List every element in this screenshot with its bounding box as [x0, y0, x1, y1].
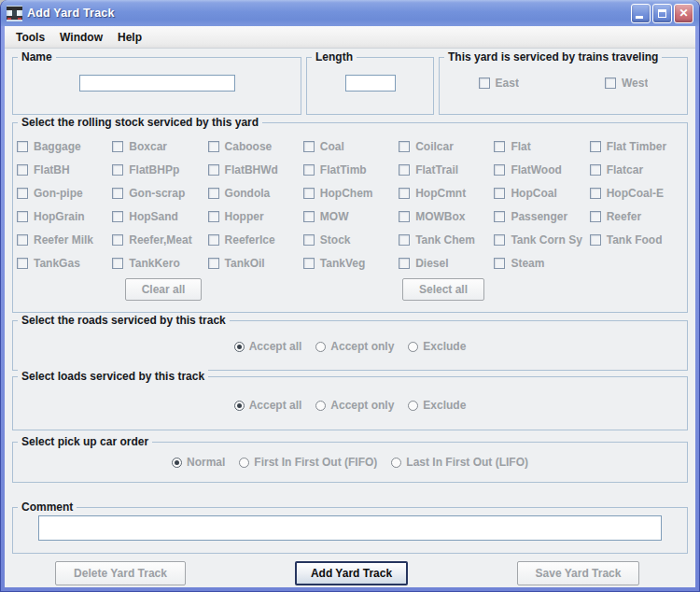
radio-accept-all[interactable]: Accept all	[234, 399, 302, 412]
delete-yard-track-button[interactable]: Delete Yard Track	[55, 561, 186, 585]
checkbox-box-tankkero[interactable]	[112, 258, 123, 269]
checkbox-box-flattimb[interactable]	[303, 164, 315, 176]
checkbox-coal[interactable]: Coal	[303, 140, 399, 153]
checkbox-flatbhwd[interactable]: FlatBHWd	[208, 163, 303, 176]
checkbox-box-caboose[interactable]	[208, 141, 219, 152]
checkbox-hopgrain[interactable]: HopGrain	[17, 210, 112, 223]
checkbox-tankgas[interactable]: TankGas	[17, 257, 112, 270]
checkbox-box-tankoil[interactable]	[208, 258, 219, 269]
checkbox-passenger[interactable]: Passenger	[494, 210, 589, 223]
checkbox-box-hopper[interactable]	[208, 211, 219, 222]
checkbox-box-hopcmnt[interactable]	[399, 188, 410, 199]
checkbox-box-coal[interactable]	[303, 141, 315, 152]
checkbox-box-flatcar[interactable]	[590, 164, 601, 176]
checkbox-flatbhpp[interactable]: FlatBHPp	[112, 163, 207, 176]
checkbox-flat[interactable]: Flat	[494, 140, 589, 153]
radio-circle-accept-only[interactable]	[315, 342, 326, 352]
close-button[interactable]: ✕	[674, 4, 693, 23]
checkbox-tank-corn-sy[interactable]: Tank Corn Sy	[494, 233, 589, 247]
checkbox-tankveg[interactable]: TankVeg	[303, 257, 399, 270]
checkbox-gon-pipe[interactable]: Gon-pipe	[17, 187, 112, 200]
menu-item-tools[interactable]: Tools	[8, 28, 52, 47]
radio-circle-exclude[interactable]	[408, 342, 418, 352]
checkbox-gondola[interactable]: Gondola	[208, 187, 303, 200]
select-all-button[interactable]: Select all	[402, 278, 484, 301]
checkbox-reefer-milk[interactable]: Reefer Milk	[17, 233, 112, 247]
checkbox-flatcar[interactable]: Flatcar	[590, 163, 685, 176]
checkbox-east[interactable]: East	[479, 77, 519, 90]
checkbox-hopcmnt[interactable]: HopCmnt	[399, 187, 494, 200]
radio-circle-normal[interactable]	[172, 458, 182, 468]
checkbox-baggage[interactable]: Baggage	[17, 140, 112, 153]
comment-input[interactable]	[38, 515, 662, 541]
checkbox-reefer[interactable]: Reefer	[590, 210, 685, 223]
checkbox-tankoil[interactable]: TankOil	[208, 257, 303, 270]
checkbox-box-mowbox[interactable]	[399, 211, 410, 222]
checkbox-box-steam[interactable]	[494, 258, 505, 269]
save-yard-track-button[interactable]: Save Yard Track	[517, 561, 639, 585]
radio-last-in-first-out-lifo[interactable]: Last In First Out (LIFO)	[391, 456, 528, 469]
checkbox-tank-chem[interactable]: Tank Chem	[399, 233, 494, 247]
checkbox-mowbox[interactable]: MOWBox	[399, 210, 494, 223]
checkbox-box-mow[interactable]	[303, 211, 315, 222]
title-bar[interactable]: Add Yard Track ✕	[1, 0, 699, 26]
checkbox-box-west[interactable]	[605, 78, 616, 89]
checkbox-box-flat[interactable]	[494, 141, 505, 152]
checkbox-box-flatbhpp[interactable]	[112, 164, 123, 176]
checkbox-flattrail[interactable]: FlatTrail	[399, 163, 494, 176]
checkbox-box-reefer-milk[interactable]	[17, 234, 28, 246]
checkbox-reefer-meat[interactable]: Reefer,Meat	[112, 233, 207, 247]
maximize-button[interactable]	[652, 4, 672, 23]
checkbox-gon-scrap[interactable]: Gon-scrap	[112, 187, 207, 200]
radio-first-in-first-out-fifo[interactable]: First In First Out (FIFO)	[239, 456, 377, 469]
checkbox-box-flatbhwd[interactable]	[208, 164, 219, 176]
clear-all-button[interactable]: Clear all	[125, 278, 202, 301]
checkbox-coilcar[interactable]: Coilcar	[399, 140, 494, 153]
checkbox-box-flatbh[interactable]	[17, 164, 28, 176]
checkbox-box-hopcoal-e[interactable]	[590, 188, 601, 199]
checkbox-box-reeferice[interactable]	[208, 234, 219, 246]
checkbox-stock[interactable]: Stock	[303, 233, 399, 247]
checkbox-tankkero[interactable]: TankKero	[112, 257, 207, 270]
radio-accept-only[interactable]: Accept only	[315, 399, 394, 412]
checkbox-tank-food[interactable]: Tank Food	[590, 233, 685, 247]
radio-circle-exclude[interactable]	[408, 401, 418, 411]
checkbox-flattimb[interactable]: FlatTimb	[303, 163, 399, 176]
checkbox-box-hopcoal[interactable]	[494, 188, 505, 199]
length-input[interactable]	[345, 75, 396, 92]
checkbox-box-tankveg[interactable]	[303, 258, 315, 269]
checkbox-hopcoal[interactable]: HopCoal	[494, 187, 589, 200]
checkbox-diesel[interactable]: Diesel	[399, 257, 494, 270]
checkbox-box-diesel[interactable]	[399, 258, 410, 269]
checkbox-box-tank-corn-sy[interactable]	[494, 234, 505, 246]
checkbox-box-coilcar[interactable]	[399, 141, 410, 152]
checkbox-hopper[interactable]: Hopper	[208, 210, 303, 223]
checkbox-flatwood[interactable]: FlatWood	[494, 163, 589, 176]
checkbox-box-tank-chem[interactable]	[399, 234, 410, 246]
checkbox-box-east[interactable]	[479, 78, 490, 89]
checkbox-box-stock[interactable]	[303, 234, 315, 246]
checkbox-boxcar[interactable]: Boxcar	[112, 140, 207, 153]
checkbox-hopcoal-e[interactable]: HopCoal-E	[590, 187, 685, 200]
checkbox-box-gondola[interactable]	[208, 188, 219, 199]
radio-circle-last-in-first-out-lifo[interactable]	[391, 458, 401, 468]
checkbox-flatbh[interactable]: FlatBH	[17, 163, 112, 176]
checkbox-hopsand[interactable]: HopSand	[112, 210, 207, 223]
radio-circle-accept-only[interactable]	[315, 401, 326, 411]
radio-exclude[interactable]: Exclude	[408, 340, 466, 353]
checkbox-box-hopgrain[interactable]	[17, 211, 28, 222]
name-input[interactable]	[79, 75, 235, 92]
checkbox-box-gon-pipe[interactable]	[17, 188, 28, 199]
radio-exclude[interactable]: Exclude	[408, 399, 466, 412]
checkbox-box-flattrail[interactable]	[399, 164, 410, 176]
checkbox-mow[interactable]: MOW	[303, 210, 399, 223]
checkbox-steam[interactable]: Steam	[494, 257, 589, 270]
radio-circle-first-in-first-out-fifo[interactable]	[239, 458, 249, 468]
checkbox-flat-timber[interactable]: Flat Timber	[590, 140, 685, 153]
checkbox-box-reefer-meat[interactable]	[112, 234, 123, 246]
checkbox-box-baggage[interactable]	[17, 141, 28, 152]
checkbox-box-tank-food[interactable]	[590, 234, 601, 246]
radio-accept-all[interactable]: Accept all	[234, 340, 302, 353]
checkbox-box-tankgas[interactable]	[17, 258, 28, 269]
radio-accept-only[interactable]: Accept only	[315, 340, 394, 353]
